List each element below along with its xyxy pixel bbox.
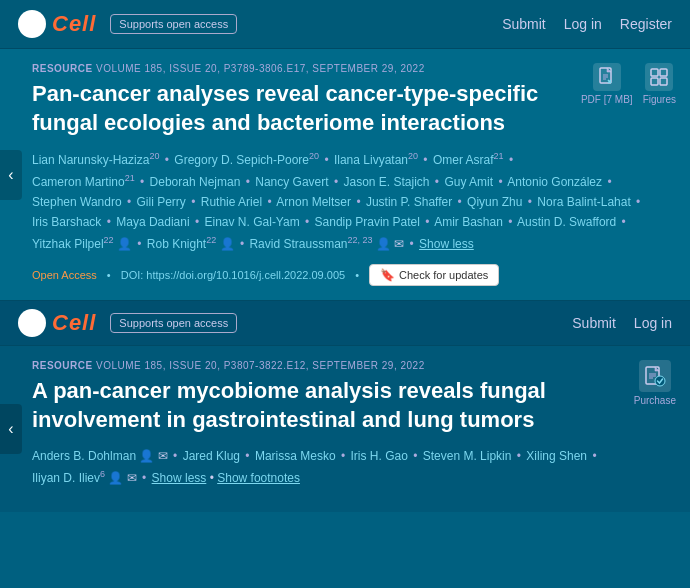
article-title-1: Pan-cancer analyses reveal cancer-type-s… <box>32 80 672 137</box>
mini-header: Cell Supports open access Submit Log in <box>0 300 690 346</box>
author-mesko[interactable]: Marissa Mesko <box>255 449 336 463</box>
figures-button[interactable]: Figures <box>643 63 676 105</box>
author-balint[interactable]: Nora Balint-Lahat <box>537 195 630 209</box>
author-dohlman[interactable]: Anders B. Dohlman <box>32 449 136 463</box>
article-title-2: A pan-cancer mycobiome analysis reveals … <box>32 377 672 434</box>
svg-rect-6 <box>660 69 667 76</box>
meta-text-2: VOLUME 185, ISSUE 20, P3807-3822.E12, SE… <box>96 360 425 371</box>
svg-point-0 <box>31 23 34 26</box>
main-header: Cell Supports open access Submit Log in … <box>0 0 690 49</box>
article-tools-1: PDF [7 MB] Figures <box>581 63 676 105</box>
prev-arrow-1[interactable]: ‹ <box>0 150 22 200</box>
figures-label: Figures <box>643 94 676 105</box>
author-barshack[interactable]: Iris Barshack <box>32 215 101 229</box>
author-ravid[interactable]: Ravid Straussman <box>249 237 347 251</box>
doi-separator-2: • <box>355 269 359 281</box>
author-amit[interactable]: Guy Amit <box>444 175 493 189</box>
author-nejman[interactable]: Deborah Nejman <box>150 175 241 189</box>
author-patel[interactable]: Sandip Pravin Patel <box>315 215 420 229</box>
author-meltser[interactable]: Arnon Meltser <box>276 195 351 209</box>
author-martino[interactable]: Cameron Martino <box>32 175 125 189</box>
svg-point-9 <box>31 322 34 325</box>
cell-logo-icon <box>18 10 46 38</box>
svg-point-14 <box>655 376 665 386</box>
mini-submit-link[interactable]: Submit <box>572 315 616 331</box>
author-perry[interactable]: Gili Perry <box>137 195 186 209</box>
show-less-1[interactable]: Show less <box>419 237 474 251</box>
mini-header-nav: Submit Log in <box>572 315 672 331</box>
author-zhu[interactable]: Qiyun Zhu <box>467 195 522 209</box>
meta-text-1: VOLUME 185, ISSUE 20, P3789-3806.E17, SE… <box>96 63 425 74</box>
svg-rect-8 <box>660 78 667 85</box>
author-gao[interactable]: Iris H. Gao <box>350 449 407 463</box>
author-dadiani[interactable]: Maya Dadiani <box>116 215 189 229</box>
author-shen[interactable]: Xiling Shen <box>526 449 587 463</box>
doi-separator-1: • <box>107 269 111 281</box>
svg-rect-7 <box>651 78 658 85</box>
mini-cell-logo-text: Cell <box>52 310 96 336</box>
author-pilpel[interactable]: Yitzhak Pilpel <box>32 237 104 251</box>
article-card-2: ‹ Purchase RESOURCE VO <box>0 346 690 512</box>
cell-logo-text: Cell <box>52 11 96 37</box>
prev-arrow-2[interactable]: ‹ <box>0 404 22 454</box>
author-wandro[interactable]: Stephen Wandro <box>32 195 122 209</box>
pdf-button[interactable]: PDF [7 MB] <box>581 63 633 105</box>
article-tools-2: Purchase <box>634 360 676 406</box>
article-inner-2: Purchase RESOURCE VOLUME 185, ISSUE 20, … <box>0 346 690 512</box>
check-updates-label: Check for updates <box>399 269 488 281</box>
doi-text-1[interactable]: DOI: https://doi.org/10.1016/j.cell.2022… <box>121 269 345 281</box>
author-shaffer[interactable]: Justin P. Shaffer <box>366 195 452 209</box>
author-narunsky[interactable]: Lian Narunsky-Haziza <box>32 153 149 167</box>
author-swafford[interactable]: Austin D. Swafford <box>517 215 616 229</box>
submit-link[interactable]: Submit <box>502 16 546 32</box>
cell-logo: Cell <box>18 10 96 38</box>
author-gonzalez[interactable]: Antonio González <box>507 175 602 189</box>
check-updates-button[interactable]: 🔖 Check for updates <box>369 264 499 286</box>
article-card-1: ‹ PDF [7 MB] <box>0 49 690 300</box>
svg-rect-5 <box>651 69 658 76</box>
bookmark-icon: 🔖 <box>380 268 395 282</box>
register-link[interactable]: Register <box>620 16 672 32</box>
open-access-text-1: Open Access <box>32 269 97 281</box>
author-iliev[interactable]: Iliyan D. Iliev <box>32 471 100 485</box>
author-klug[interactable]: Jared Klug <box>183 449 240 463</box>
author-stajich[interactable]: Jason E. Stajich <box>343 175 429 189</box>
mini-cell-logo: Cell <box>18 309 96 337</box>
login-link[interactable]: Log in <box>564 16 602 32</box>
resource-meta-2: RESOURCE VOLUME 185, ISSUE 20, P3807-382… <box>32 360 672 371</box>
author-gavert[interactable]: Nancy Gavert <box>255 175 328 189</box>
resource-meta-1: RESOURCE VOLUME 185, ISSUE 20, P3789-380… <box>32 63 672 74</box>
pdf-icon <box>593 63 621 91</box>
show-less-2[interactable]: Show less <box>152 471 207 485</box>
figures-icon <box>645 63 673 91</box>
author-lipkin[interactable]: Steven M. Lipkin <box>423 449 512 463</box>
open-access-badge: Supports open access <box>110 14 237 34</box>
author-galyam[interactable]: Einav N. Gal-Yam <box>205 215 300 229</box>
authors-2: Anders B. Dohlman 👤 ✉ • Jared Klug • Mar… <box>32 446 672 488</box>
authors-1: Lian Narunsky-Haziza20 • Gregory D. Sepi… <box>32 149 672 254</box>
pdf-label: PDF [7 MB] <box>581 94 633 105</box>
purchase-label: Purchase <box>634 395 676 406</box>
author-sepich[interactable]: Gregory D. Sepich-Poore <box>174 153 309 167</box>
mini-cell-logo-icon <box>18 309 46 337</box>
article-inner-1: PDF [7 MB] Figures RESOURCE VOLUME 185, … <box>0 49 690 300</box>
purchase-button[interactable]: Purchase <box>634 360 676 406</box>
show-footnotes-2[interactable]: Show footnotes <box>217 471 300 485</box>
author-rob[interactable]: Rob Knight <box>147 237 206 251</box>
mini-open-access-badge: Supports open access <box>110 313 237 333</box>
mini-login-link[interactable]: Log in <box>634 315 672 331</box>
author-ariel[interactable]: Ruthie Ariel <box>201 195 262 209</box>
author-bashan[interactable]: Amir Bashan <box>434 215 503 229</box>
purchase-icon <box>639 360 671 392</box>
author-asraf[interactable]: Omer Asraf <box>433 153 494 167</box>
doi-line-1: Open Access • DOI: https://doi.org/10.10… <box>32 264 672 286</box>
header-nav: Submit Log in Register <box>502 16 672 32</box>
author-livyatan[interactable]: Ilana Livyatan <box>334 153 408 167</box>
